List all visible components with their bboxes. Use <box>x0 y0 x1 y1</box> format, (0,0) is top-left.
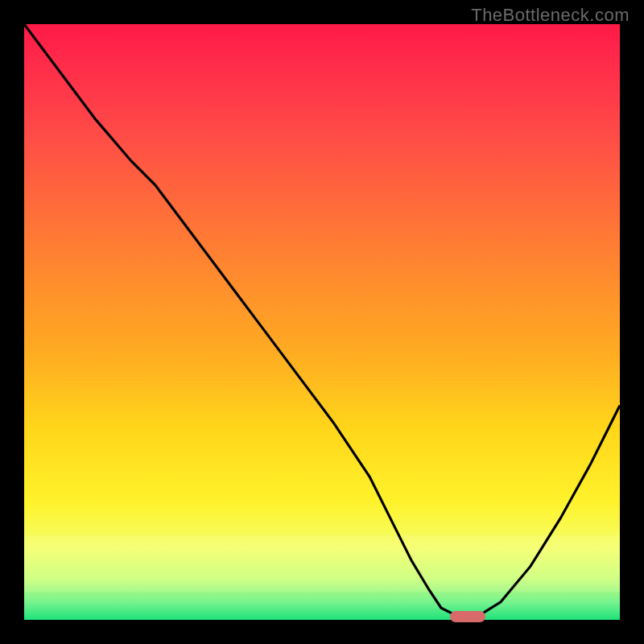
bottleneck-curve <box>24 24 620 617</box>
curve-layer <box>24 24 620 620</box>
plot-area <box>24 24 620 620</box>
watermark-text: TheBottleneck.com <box>471 5 630 26</box>
optimal-marker <box>450 611 485 622</box>
chart-frame: TheBottleneck.com <box>0 0 644 644</box>
